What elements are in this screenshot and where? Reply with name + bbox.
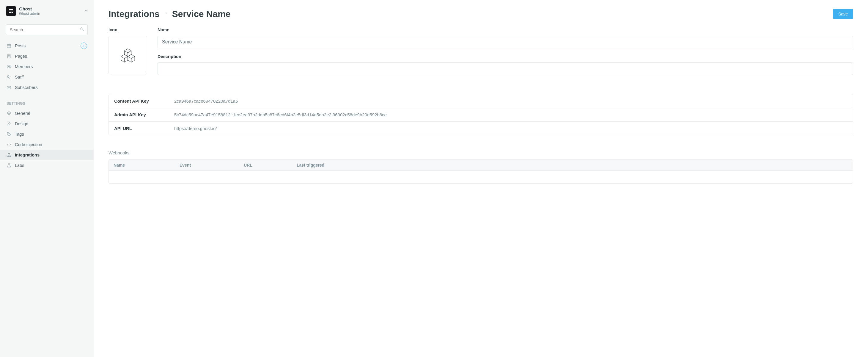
settings-heading: SETTINGS (0, 96, 94, 108)
api-row-content-key: Content API Key 2ca946a7cace69470220a7d1… (109, 94, 853, 108)
sidebar-item-staff[interactable]: Staff (0, 72, 94, 82)
main-content: Integrations Service Name Save Icon (94, 0, 868, 357)
sidebar-item-label: Tags (15, 132, 24, 137)
brand-logo-icon (6, 6, 16, 16)
sidebar-item-label: Posts (15, 43, 26, 48)
api-url-label: API URL (114, 126, 174, 131)
calendar-icon (6, 43, 11, 48)
api-row-admin-key: Admin API Key 5c74dc59ac47a47e9158812f:1… (109, 108, 853, 122)
mail-icon (6, 85, 11, 90)
sidebar-item-label: Subscribers (15, 85, 38, 90)
svg-rect-0 (9, 9, 11, 10)
code-icon (6, 142, 11, 147)
tag-icon (6, 132, 11, 137)
gear-icon (6, 111, 11, 116)
sidebar-item-labs[interactable]: Labs (0, 160, 94, 171)
svg-point-19 (8, 113, 9, 114)
svg-rect-2 (9, 11, 13, 11)
breadcrumb: Integrations Service Name (108, 9, 231, 19)
sidebar-item-label: Integrations (15, 153, 39, 157)
sidebar-item-label: Members (15, 64, 33, 69)
description-label: Description (158, 54, 853, 59)
name-input[interactable] (158, 36, 853, 48)
chevron-right-icon (164, 10, 168, 18)
admin-api-key-label: Admin API Key (114, 112, 174, 117)
sidebar-item-label: Design (15, 121, 28, 126)
api-keys-table: Content API Key 2ca946a7cace69470220a7d1… (108, 94, 853, 136)
sidebar-item-label: Code injection (15, 142, 42, 147)
breadcrumb-current: Service Name (172, 9, 231, 19)
content-api-key-label: Content API Key (114, 98, 174, 103)
name-label: Name (158, 27, 853, 32)
svg-rect-3 (9, 12, 11, 13)
document-icon (6, 54, 11, 59)
column-last-triggered: Last triggered (297, 163, 848, 168)
api-row-url: API URL https://demo.ghost.io/ (109, 122, 853, 135)
sidebar-item-label: General (15, 111, 30, 116)
sidebar-item-label: Pages (15, 54, 27, 59)
sidebar: Ghost Ghost admin Posts + (0, 0, 94, 357)
content-api-key-value[interactable]: 2ca946a7cace69470220a7d1a5 (174, 98, 847, 103)
add-post-button[interactable]: + (81, 42, 87, 49)
svg-point-5 (81, 28, 83, 30)
icon-label: Icon (108, 27, 147, 32)
sidebar-item-subscribers[interactable]: Subscribers (0, 82, 94, 92)
members-icon (6, 64, 11, 69)
brand-switcher[interactable]: Ghost Ghost admin (0, 6, 94, 16)
description-input[interactable] (158, 62, 853, 75)
sidebar-item-general[interactable]: General (0, 108, 94, 118)
sidebar-item-pages[interactable]: Pages (0, 51, 94, 61)
sidebar-item-integrations[interactable]: Integrations (0, 150, 94, 160)
breadcrumb-root[interactable]: Integrations (108, 9, 160, 19)
labs-icon (6, 163, 11, 168)
brand-subtitle: Ghost admin (19, 11, 82, 16)
sidebar-item-code-injection[interactable]: Code injection (0, 139, 94, 150)
column-event: Event (180, 163, 244, 168)
column-name: Name (114, 163, 180, 168)
webhooks-table: Name Event URL Last triggered (108, 159, 853, 184)
svg-point-20 (8, 133, 8, 133)
brand-name: Ghost (19, 6, 82, 11)
svg-line-6 (83, 30, 84, 31)
webhooks-table-body (109, 171, 853, 183)
svg-rect-1 (11, 9, 13, 10)
nav-settings: SETTINGS General Design Tags Code inject… (0, 94, 94, 172)
boxes-icon (119, 47, 136, 64)
sidebar-item-members[interactable]: Members (0, 61, 94, 72)
search-input[interactable] (6, 24, 88, 35)
integration-icon-upload[interactable] (108, 36, 147, 75)
save-button[interactable]: Save (833, 9, 853, 19)
webhooks-heading: Webhooks (108, 150, 853, 155)
svg-point-15 (8, 65, 9, 67)
svg-marker-22 (7, 155, 9, 157)
column-url: URL (244, 163, 297, 168)
svg-rect-4 (12, 12, 13, 13)
admin-api-key-value[interactable]: 5c74dc59ac47a47e9158812f:1ec2ea37b2deb5c… (174, 112, 847, 117)
svg-marker-23 (9, 155, 11, 157)
api-url-value[interactable]: https://demo.ghost.io/ (174, 126, 847, 131)
nav-main: Posts + Pages Members Staff Subscribers (0, 39, 94, 94)
svg-point-17 (7, 75, 9, 77)
sidebar-item-design[interactable]: Design (0, 118, 94, 129)
search-icon (80, 27, 84, 32)
integrations-icon (6, 153, 11, 157)
chevron-down-icon (85, 9, 88, 13)
sidebar-item-label: Labs (15, 163, 24, 168)
sidebar-item-label: Staff (15, 75, 24, 80)
sidebar-item-tags[interactable]: Tags (0, 129, 94, 139)
sidebar-item-posts[interactable]: Posts + (0, 40, 94, 51)
staff-icon (6, 75, 11, 80)
svg-point-16 (9, 65, 10, 66)
brush-icon (6, 121, 11, 126)
webhooks-table-header: Name Event URL Last triggered (109, 160, 853, 171)
svg-rect-7 (7, 44, 11, 48)
